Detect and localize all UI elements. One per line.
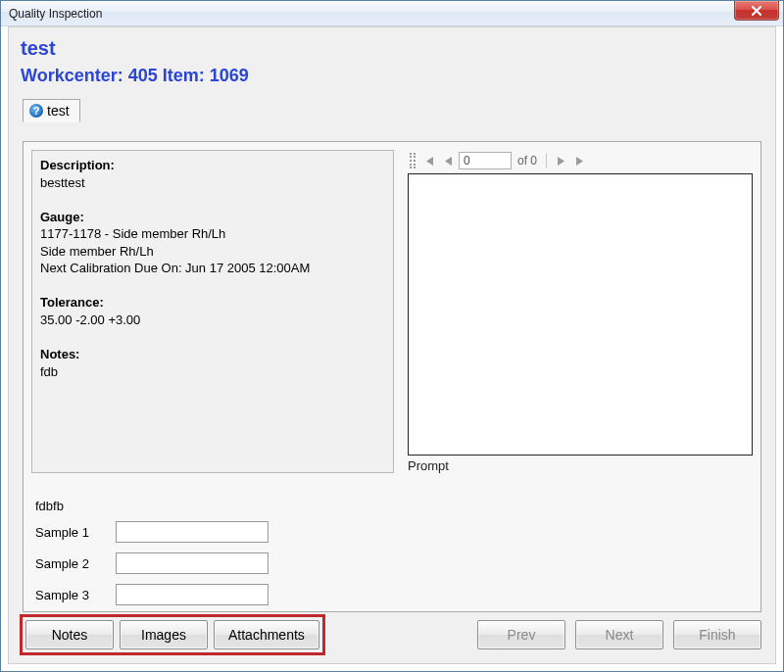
page-number-input[interactable] <box>459 152 512 169</box>
next-button[interactable]: Next <box>575 620 663 649</box>
images-button[interactable]: Images <box>120 620 208 649</box>
description-panel: Description: besttest Gauge: 1177-1178 -… <box>31 150 394 473</box>
tabstrip: ? test <box>23 98 775 121</box>
notes-button[interactable]: Notes <box>25 620 114 649</box>
sample-2-input[interactable] <box>116 552 269 574</box>
window-title: Quality Inspection <box>9 7 102 21</box>
sample-3-input[interactable] <box>116 584 269 605</box>
last-page-button[interactable] <box>571 152 589 169</box>
gauge-label: Gauge: <box>40 210 84 224</box>
highlighted-button-group: Notes Images Attachments <box>23 617 322 652</box>
finish-button[interactable]: Finish <box>673 620 761 649</box>
sample-label: Sample 2 <box>35 556 104 571</box>
notes-value: fdb <box>40 363 385 381</box>
samples-block: Sample 1 Sample 2 Sample 3 <box>35 521 753 605</box>
gauge-line1: 1177-1178 - Side member Rh/Lh <box>40 225 385 243</box>
grip-icon[interactable] <box>410 153 416 168</box>
client-area: test Workcenter: 405 Item: 1069 ? test D… <box>8 26 776 664</box>
close-button[interactable] <box>734 1 779 21</box>
first-page-button[interactable] <box>419 152 437 169</box>
tolerance-value: 35.00 -2.00 +3.00 <box>40 312 385 329</box>
titlebar[interactable]: Quality Inspection <box>1 1 783 26</box>
extra-text: fdbfb <box>35 499 753 513</box>
tab-label: test <box>47 103 70 119</box>
upper-columns: Description: besttest Gauge: 1177-1178 -… <box>31 150 753 473</box>
pager-separator <box>546 153 547 168</box>
tolerance-label: Tolerance: <box>40 295 104 310</box>
bottom-bar: Notes Images Attachments Prev Next Finis… <box>23 616 761 653</box>
sample-row: Sample 2 <box>35 552 753 574</box>
page-subtitle: Workcenter: 405 Item: 1069 <box>21 66 763 86</box>
sample-1-input[interactable] <box>116 521 269 543</box>
header-block: test Workcenter: 405 Item: 1069 <box>9 27 775 92</box>
description-value: besttest <box>40 174 385 192</box>
sample-row: Sample 1 <box>35 521 753 543</box>
tab-test[interactable]: ? test <box>23 99 80 122</box>
attachments-button[interactable]: Attachments <box>214 620 319 649</box>
nav-button-group: Prev Next Finish <box>477 620 761 649</box>
image-pager: of 0 <box>408 150 753 171</box>
next-page-button[interactable] <box>552 152 569 169</box>
prev-button[interactable]: Prev <box>477 620 565 649</box>
description-label: Description: <box>40 158 115 172</box>
help-icon: ? <box>29 104 43 118</box>
sample-row: Sample 3 <box>35 584 753 605</box>
sample-label: Sample 1 <box>35 525 104 540</box>
sample-label: Sample 3 <box>35 588 104 602</box>
gauge-line3: Next Calibration Due On: Jun 17 2005 12:… <box>40 260 385 277</box>
prompt-column: of 0 Prompt <box>408 150 753 473</box>
prompt-image-area <box>408 173 753 456</box>
app-window: Quality Inspection test Workcenter: 405 … <box>0 0 784 672</box>
close-icon <box>751 5 762 17</box>
tab-panel: Description: besttest Gauge: 1177-1178 -… <box>23 141 761 612</box>
page-title: test <box>21 37 763 60</box>
gauge-line2: Side member Rh/Lh <box>40 243 385 261</box>
notes-label: Notes: <box>40 347 79 361</box>
page-of-label: of 0 <box>517 154 537 168</box>
prompt-label: Prompt <box>408 458 753 473</box>
prev-page-button[interactable] <box>439 152 457 169</box>
